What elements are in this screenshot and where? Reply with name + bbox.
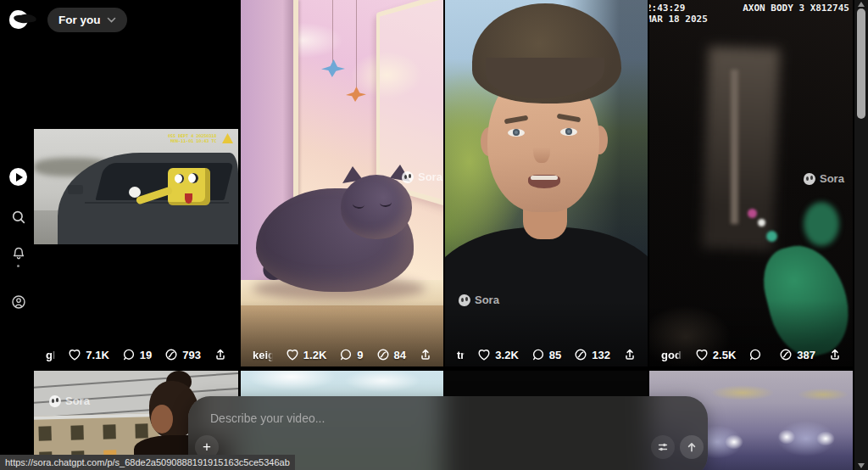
video-card[interactable]: OSS DEPT 4 20250318 MON-11-01 10:43 TC g… [34,0,238,366]
sidebar-item-search[interactable] [10,209,27,226]
scroll-down-arrow[interactable] [858,463,865,468]
thumb-art [748,209,757,218]
thumb-art [508,129,525,137]
sora-watermark: Sora [402,171,442,183]
username[interactable]: keigo_r [253,349,273,361]
thumb-art [766,231,777,242]
remix-icon [779,348,793,361]
sora-watermark-label: Sora [418,171,442,183]
share-button[interactable] [623,348,637,361]
search-icon [11,210,26,225]
bell-icon [11,246,26,261]
share-icon [623,348,637,361]
like-button[interactable]: 1.2K [286,348,326,361]
sora-watermark-logo [459,294,470,306]
share-button[interactable] [214,348,227,361]
video-card[interactable]: 2:43:29 MAR 18 2025 AXON BODY 3 X812745 … [649,0,853,366]
username[interactable]: godlyfe [661,349,682,361]
comment-icon [531,348,545,361]
remix-icon [164,348,178,361]
generation-settings-button[interactable] [651,435,675,459]
thumb-art [702,47,780,251]
warning-icon [222,133,233,143]
username[interactable]: troyi [457,349,465,361]
sidebar-item-notifications[interactable] [10,245,27,262]
scrollbar[interactable] [854,0,868,470]
comment-count: 85 [549,349,561,361]
scrollbar-thumb[interactable] [857,8,865,119]
thumb-art [341,175,412,239]
plus-icon: + [203,439,211,456]
thumb-art [804,202,839,246]
sora-watermark-logo [402,171,414,183]
remix-count: 132 [592,349,610,361]
prompt-input[interactable] [209,406,568,430]
sidebar-item-profile[interactable] [10,294,27,311]
username[interactable]: gkae [46,349,55,361]
remix-count: 387 [797,349,815,361]
sora-watermark-logo [49,395,61,407]
sora-logo[interactable] [9,10,28,29]
comment-count: 19 [140,349,152,361]
video-card[interactable]: Sora troyi 3.2K 85 132 [445,0,648,366]
sidebar-item-videos[interactable] [9,168,27,186]
thumb-art [68,185,83,194]
like-button[interactable]: 3.2K [477,348,518,361]
thumb-art [168,168,210,205]
share-button[interactable] [419,348,432,361]
heart-icon [286,348,299,361]
scroll-up-arrow[interactable] [858,2,865,7]
thumb-art [528,175,560,188]
remix-button[interactable]: 387 [779,348,815,361]
comment-button[interactable]: 19 [122,348,152,361]
like-button[interactable]: 2.5K [695,348,736,361]
sora-watermark: Sora [459,294,499,306]
card-stats: troyi 3.2K 85 132 [445,348,648,361]
profile-icon [11,294,26,310]
video-thumbnail: OSS DEPT 4 20250318 MON-11-01 10:43 TC [34,129,238,244]
submit-button[interactable] [680,435,704,459]
feed-selector-button[interactable]: For you [47,8,127,32]
sliders-icon [657,441,669,453]
share-icon [214,348,227,361]
comment-button[interactable]: 85 [531,348,561,361]
thumb-art [356,0,357,90]
sora-watermark: Sora [49,394,90,407]
sora-watermark-label: Sora [820,172,844,185]
comment-icon [122,348,136,361]
share-icon [828,348,842,361]
sora-watermark-logo [804,173,815,185]
remix-button[interactable]: 793 [164,348,201,361]
heart-icon [477,348,491,361]
notification-dot [17,265,19,267]
dashcam-overlay-text: OSS DEPT 4 20250318 MON-11-01 10:43 TC [168,133,216,143]
share-icon [419,348,432,361]
share-button[interactable] [828,348,842,361]
heart-icon [68,348,81,361]
video-card[interactable]: Sora keigo_r 1.2K 9 84 [241,0,443,366]
remix-count: 84 [394,349,406,361]
play-icon [16,173,23,182]
comment-icon [339,348,353,361]
remix-icon [376,348,390,361]
bodycam-device-label: AXON BODY 3 X812745 [743,3,849,14]
comment-button[interactable]: 9 [339,348,363,361]
comment-icon [748,348,762,361]
sora-watermark-label: Sora [65,394,90,407]
remix-button[interactable]: 132 [574,348,610,361]
card-stats: keigo_r 1.2K 9 84 [241,348,443,361]
arrow-up-icon [685,440,698,454]
remix-button[interactable]: 84 [376,348,406,361]
chevron-down-icon [107,16,116,24]
comment-button[interactable] [748,348,766,361]
thumb-art [560,128,577,136]
bodycam-timestamp: 2:43:29 MAR 18 2025 [649,3,708,25]
thumb-art [758,219,765,227]
thumb-art [533,134,550,163]
like-count: 1.2K [303,349,326,361]
link-preview-statusbar: https://sora.chatgpt.com/p/s_68de2a50908… [0,455,295,470]
card-stats: godlyfe 2.5K 387 [649,348,853,361]
heart-icon [695,348,709,361]
feed-selector-label: For you [58,14,101,26]
like-button[interactable]: 7.1K [68,348,108,361]
